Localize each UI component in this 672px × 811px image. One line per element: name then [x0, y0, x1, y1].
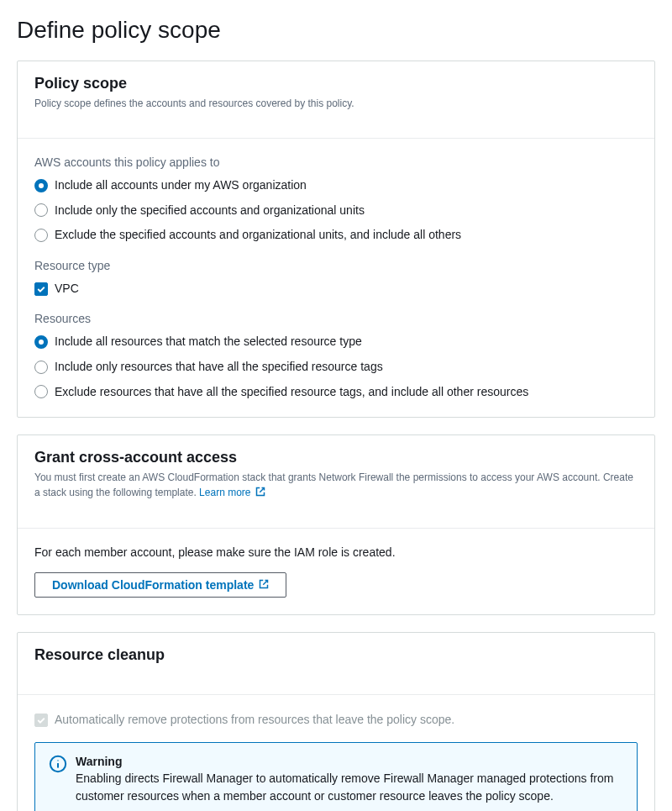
radio-include-all-accounts[interactable]: Include all accounts under my AWS organi…: [34, 177, 638, 194]
checkbox-icon: [34, 714, 48, 727]
cleanup-title: Resource cleanup: [34, 646, 638, 664]
accounts-radio-group: Include all accounts under my AWS organi…: [34, 177, 638, 244]
cross-account-panel: Grant cross-account access You must firs…: [17, 434, 655, 615]
checkbox-label: Automatically remove protections from re…: [55, 712, 454, 729]
policy-scope-title: Policy scope: [34, 75, 638, 92]
resource-type-label: Resource type: [34, 259, 638, 272]
radio-icon: [34, 385, 48, 398]
radio-label: Exclude the specified accounts and organ…: [55, 227, 461, 244]
checkbox-label: VPC: [55, 281, 79, 298]
checkbox-vpc[interactable]: VPC: [34, 281, 638, 298]
resource-cleanup-panel: Resource cleanup Automatically remove pr…: [17, 632, 655, 811]
resources-section-label: Resources: [34, 312, 638, 325]
cross-account-subtitle-text: You must first create an AWS CloudFormat…: [34, 471, 633, 498]
radio-icon: [34, 229, 48, 242]
warning-alert: Warning Enabling directs Firewall Manage…: [34, 742, 638, 811]
external-link-icon: [255, 486, 265, 501]
accounts-section-label: AWS accounts this policy applies to: [34, 155, 638, 169]
learn-more-link[interactable]: Learn more: [199, 487, 265, 498]
radio-label: Include all accounts under my AWS organi…: [55, 177, 307, 194]
radio-label: Include all resources that match the sel…: [55, 334, 362, 350]
page-title: Define policy scope: [17, 17, 655, 44]
policy-scope-subtitle: Policy scope defines the accounts and re…: [34, 96, 638, 111]
radio-label: Include only the specified accounts and …: [55, 203, 365, 219]
radio-icon: [34, 335, 48, 349]
download-cloudformation-button[interactable]: Download CloudFormation template: [34, 572, 286, 598]
svg-point-1: [57, 760, 58, 761]
checkbox-auto-remove[interactable]: Automatically remove protections from re…: [34, 712, 638, 729]
info-icon: [49, 755, 67, 773]
cross-account-subtitle: You must first create an AWS CloudFormat…: [34, 470, 638, 501]
radio-icon: [34, 203, 48, 217]
external-link-icon: [259, 578, 269, 592]
radio-label: Exclude resources that have all the spec…: [55, 384, 528, 401]
resources-radio-group: Include all resources that match the sel…: [34, 334, 638, 400]
radio-icon: [34, 179, 48, 192]
radio-include-specified-accounts[interactable]: Include only the specified accounts and …: [34, 203, 638, 219]
radio-include-tagged-resources[interactable]: Include only resources that have all the…: [34, 359, 638, 376]
warning-title: Warning: [76, 755, 623, 768]
warning-text: Enabling directs Firewall Manager to aut…: [76, 770, 623, 805]
radio-exclude-tagged-resources[interactable]: Exclude resources that have all the spec…: [34, 384, 638, 401]
radio-icon: [34, 361, 48, 374]
resource-type-group: VPC: [34, 281, 638, 298]
radio-exclude-specified-accounts[interactable]: Exclude the specified accounts and organ…: [34, 227, 638, 244]
policy-scope-panel: Policy scope Policy scope defines the ac…: [17, 61, 655, 418]
checkbox-icon: [34, 282, 48, 296]
cross-account-title: Grant cross-account access: [34, 449, 638, 466]
iam-role-info: For each member account, please make sur…: [34, 545, 638, 559]
radio-label: Include only resources that have all the…: [55, 359, 383, 376]
radio-include-all-resources[interactable]: Include all resources that match the sel…: [34, 334, 638, 350]
